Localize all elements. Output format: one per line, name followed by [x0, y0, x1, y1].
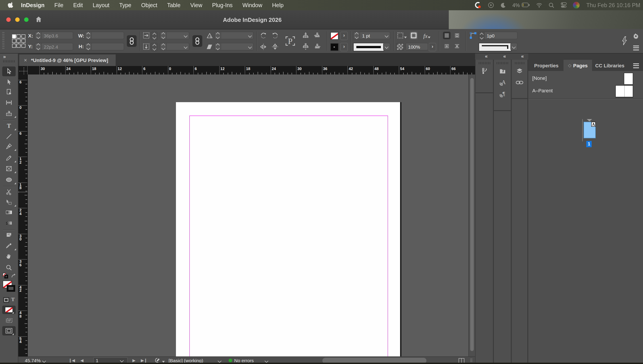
direct-selection-tool[interactable] [0, 77, 18, 87]
collapse-chevron-1[interactable]: « [485, 54, 487, 59]
effects-fx-button[interactable]: fx [423, 32, 431, 40]
stroke-swatch[interactable] [331, 43, 339, 51]
tools-grip[interactable] [3, 60, 15, 62]
w-spinner[interactable] [85, 32, 92, 39]
collapse-chevron-2[interactable]: « [503, 54, 505, 59]
height-field[interactable] [85, 43, 124, 50]
document-page[interactable] [176, 102, 400, 356]
formatting-affects-container-icon[interactable] [3, 297, 9, 303]
expand-tools-chevron[interactable]: » [3, 54, 5, 59]
stroke-type-preview[interactable] [353, 43, 384, 51]
rotation-angle-combo[interactable] [214, 32, 254, 39]
x-spinner[interactable] [35, 32, 42, 39]
gradient-feather-tool[interactable] [0, 218, 18, 228]
select-container-button[interactable]: P [284, 35, 296, 47]
stroke-color-swatch[interactable] [7, 285, 15, 292]
control-center-icon[interactable] [560, 2, 567, 8]
text-wrap-jump-object-icon[interactable] [453, 42, 461, 50]
default-fill-stroke-icon[interactable] [2, 272, 9, 279]
reference-point-proxy[interactable] [12, 34, 26, 48]
spotlight-search-icon[interactable] [548, 2, 555, 8]
capture-app-icon[interactable] [474, 1, 482, 9]
menu-item-plugins[interactable]: Plug-Ins [207, 2, 237, 8]
tab-cc-libraries[interactable]: CC Libraries [592, 60, 626, 71]
page-1-thumbnail[interactable]: A [584, 122, 596, 138]
select-parent-object-icon[interactable] [313, 32, 321, 39]
zoom-tool[interactable] [0, 263, 18, 272]
width-field[interactable] [85, 32, 124, 39]
swap-fill-stroke-icon[interactable] [11, 273, 17, 279]
h-spinner[interactable] [85, 43, 92, 50]
menu-item-type[interactable]: Type [114, 2, 136, 8]
collapse-chevron-3[interactable]: « [521, 54, 523, 59]
free-transform-tool[interactable] [0, 197, 18, 207]
battery-indicator[interactable]: 4% [512, 2, 530, 8]
next-page-button[interactable]: ▶ [132, 358, 136, 363]
links-icon[interactable] [512, 77, 527, 88]
menu-item-object[interactable]: Object [136, 2, 162, 8]
horizontal-ruler[interactable]: 3024181260612182430364248546066 [27, 66, 475, 74]
page-1-number-badge[interactable]: 1 [586, 141, 592, 147]
content-collector-tool[interactable] [0, 108, 18, 118]
menu-item-window[interactable]: Window [237, 2, 267, 8]
master-none-thumbnail[interactable] [624, 73, 633, 85]
text-wrap-none-icon[interactable] [443, 32, 451, 39]
panel-menu-icon[interactable] [633, 44, 639, 51]
vertical-scrollbar[interactable] [468, 74, 475, 356]
corner-radius-field[interactable]: 1p0 [484, 32, 517, 39]
rotate-counterclockwise-icon[interactable] [271, 32, 279, 40]
formatting-affects-text-icon[interactable]: T [11, 296, 15, 303]
stroke-style-preview[interactable] [479, 43, 511, 51]
opacity-flyout-button[interactable]: › [429, 43, 436, 51]
corner-shape-icon[interactable] [410, 32, 418, 39]
focus-moon-icon[interactable] [500, 2, 507, 8]
rotate-clockwise-icon[interactable] [259, 32, 267, 40]
stroke-type-dropdown[interactable] [383, 43, 390, 50]
vertical-scrollbar-thumb[interactable] [470, 78, 474, 351]
squares-arrow-panel-icon[interactable] [476, 65, 493, 77]
view-options-icon[interactable] [5, 318, 13, 324]
y-position-field[interactable]: 22p2.4 [35, 43, 73, 50]
last-page-button[interactable]: ▶❙ [141, 358, 147, 363]
ruler-origin-corner[interactable] [18, 66, 28, 74]
menu-item-file[interactable]: File [50, 2, 68, 8]
text-wrap-object-shape-icon[interactable] [443, 42, 451, 50]
first-page-button[interactable]: ❙◀ [69, 358, 75, 363]
ellipse-tool[interactable] [0, 175, 18, 185]
gap-tool[interactable] [0, 98, 18, 108]
y-spinner[interactable] [35, 43, 42, 50]
type-tool[interactable]: T [0, 121, 18, 131]
menu-item-table[interactable]: Table [162, 2, 186, 8]
column-grip[interactable] [515, 62, 524, 64]
vertical-ruler[interactable]: 6061218243036424854 [18, 74, 28, 356]
pen-tool[interactable] [0, 142, 18, 151]
creative-cloud-icon[interactable] [573, 2, 580, 8]
paragraph-styles-icon[interactable]: ¶ [494, 88, 511, 100]
apply-none-button[interactable] [2, 306, 16, 314]
character-styles-icon[interactable]: A [494, 77, 511, 88]
stroke-weight-combo[interactable]: 1 pt [353, 32, 390, 39]
tab-properties[interactable]: Properties [529, 60, 563, 71]
home-icon[interactable] [35, 16, 43, 23]
x-position-field[interactable]: 36p3.6 [35, 32, 73, 39]
eyedropper-tool[interactable] [0, 241, 18, 251]
cc-libraries-folder-icon[interactable] [494, 65, 511, 77]
statusbar-resize-grip[interactable] [470, 358, 472, 363]
close-tab-icon[interactable]: × [19, 57, 31, 63]
panel-state-diamond-icon[interactable]: ◇ [568, 63, 571, 68]
move-horizontal-icon[interactable] [142, 32, 150, 39]
close-window-button[interactable] [6, 18, 11, 22]
corner-options-icon[interactable] [397, 32, 407, 39]
flip-vertical-icon[interactable] [271, 43, 279, 51]
scissors-tool[interactable] [0, 187, 18, 197]
menu-item-help[interactable]: Help [267, 2, 288, 8]
master-a-parent-thumbnail[interactable] [615, 85, 633, 98]
column-grip[interactable] [497, 62, 508, 64]
screen-mode-button[interactable] [2, 326, 16, 336]
wifi-icon[interactable] [536, 2, 542, 8]
screen-record-icon[interactable] [488, 2, 495, 8]
zoom-window-button[interactable] [24, 18, 29, 22]
move-horizontal-spinner[interactable] [151, 32, 158, 40]
page-tool[interactable] [0, 87, 18, 97]
hand-tool[interactable] [0, 252, 18, 262]
